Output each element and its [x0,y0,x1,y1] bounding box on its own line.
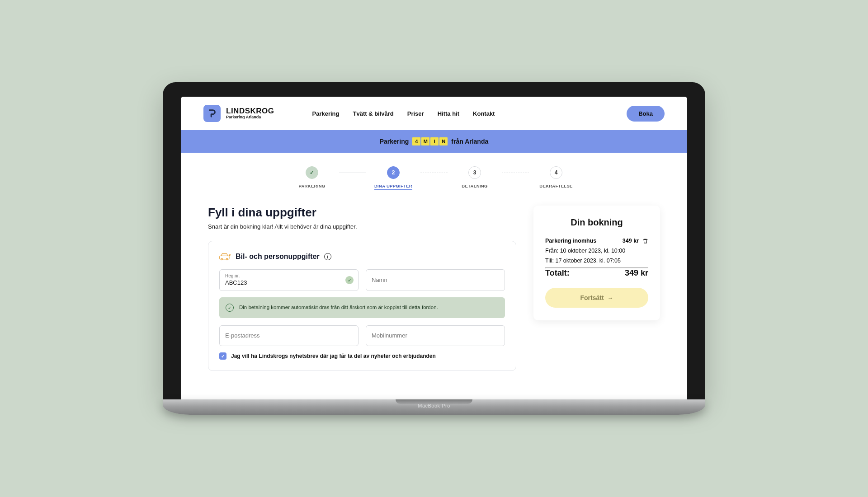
main-nav: Parkering Tvätt & bilvård Priser Hitta h… [312,110,495,117]
form-card: Bil- och personuppgifter i Reg.nr. ABC12… [208,241,516,371]
summary-total: Totalt: 349 kr [545,268,648,278]
notice-text: Din betalning kommer automatiskt dras fr… [239,304,438,311]
book-button[interactable]: Boka [627,106,665,122]
form-column: Fyll i dina uppgifter Snart är din bokni… [208,206,516,371]
logo[interactable]: LINDSKROG Parkering Arlanda [203,105,274,122]
payment-notice: ✓ Din betalning kommer automatiskt dras … [219,297,505,318]
step-4[interactable]: 4 BEKRÄFTELSE [529,166,583,188]
summary-card: Din bokning Parkering inomhus 349 kr Frå… [533,206,660,320]
newsletter-row[interactable]: ✓ Jag vill ha Lindskrogs nyhetsbrev där … [219,352,505,360]
nav-parkering[interactable]: Parkering [312,110,340,117]
summary-item-label: Parkering inomhus [545,238,596,244]
summary-to: Till: 17 oktober 2023, kl. 07:05 [545,258,648,264]
step-number: 3 [468,166,481,179]
step-2[interactable]: 2 DINA UPPGIFTER [366,166,420,190]
chip: N [439,137,448,145]
chip: I [430,137,439,145]
summary-item-price: 349 kr [623,238,639,244]
laptop-base: MacBook Pro [163,399,705,415]
screen-bezel: LINDSKROG Parkering Arlanda Parkering Tv… [163,82,705,399]
info-icon[interactable]: i [324,253,331,260]
email-field[interactable] [219,325,359,346]
email-input[interactable] [225,332,353,339]
nav-priser[interactable]: Priser [407,110,424,117]
main-content: Fyll i dina uppgifter Snart är din bokni… [181,197,687,371]
step-1[interactable]: ✓ PARKERING [285,166,339,188]
stepper: ✓ PARKERING 2 DINA UPPGIFTER 3 BETALNING… [181,153,687,197]
card-title: Bil- och personuppgifter [236,253,320,261]
step-connector [502,173,529,173]
check-icon: ✓ [226,304,234,312]
phone-input[interactable] [372,332,499,339]
chip: M [421,137,429,145]
svg-point-1 [221,258,223,260]
summary-from: Från: 10 oktober 2023, kl. 10:00 [545,248,648,254]
step-connector [339,173,366,173]
brand-subtitle: Parkering Arlanda [226,115,274,119]
continue-button[interactable]: Fortsätt → [545,288,648,308]
step-3[interactable]: 3 BETALNING [448,166,502,188]
summary-item-row: Parkering inomhus 349 kr [545,238,648,244]
car-icon [219,252,231,261]
newsletter-label: Jag vill ha Lindskrogs nyhetsbrev där ja… [231,353,436,359]
check-icon: ✓ [345,276,354,284]
reg-value: ABC123 [225,279,353,286]
name-field[interactable] [366,269,505,291]
step-label: BEKRÄFTELSE [539,183,573,188]
nav-tvatt[interactable]: Tvätt & bilvård [353,110,393,117]
reg-field[interactable]: Reg.nr. ABC123 ✓ [219,269,359,291]
card-header: Bil- och personuppgifter i [219,252,505,261]
trash-icon[interactable] [642,238,648,244]
page-title: Fyll i dina uppgifter [208,206,516,220]
page-subtitle: Snart är din bokning klar! Allt vi behöv… [208,223,516,230]
summary-title: Din bokning [545,217,648,228]
chip: 4 [412,137,420,145]
nav-kontakt[interactable]: Kontakt [473,110,495,117]
nav-hitta[interactable]: Hitta hit [438,110,459,117]
total-label: Totalt: [545,268,570,278]
name-input[interactable] [372,277,499,283]
device-label: MacBook Pro [418,403,450,408]
step-label: DINA UPPGIFTER [374,183,412,190]
arrow-right-icon: → [608,295,613,301]
svg-point-2 [226,258,228,260]
banner-post: från Arlanda [451,138,488,145]
reg-label: Reg.nr. [225,273,353,278]
step-connector [420,173,448,173]
promo-banner: Parkering 4 M I N från Arlanda [181,130,687,153]
checkbox-checked-icon[interactable]: ✓ [219,352,226,360]
total-value: 349 kr [625,268,648,278]
step-number: 4 [550,166,562,179]
continue-label: Fortsätt [580,294,604,301]
phone-field[interactable] [366,325,505,346]
step-number: 2 [387,166,400,179]
laptop-mockup: LINDSKROG Parkering Arlanda Parkering Tv… [163,82,705,415]
brand-name: LINDSKROG [226,107,274,115]
header: LINDSKROG Parkering Arlanda Parkering Tv… [181,97,687,130]
screen: LINDSKROG Parkering Arlanda Parkering Tv… [181,97,687,399]
step-label: BETALNING [462,183,487,188]
logo-text: LINDSKROG Parkering Arlanda [226,107,274,119]
step-label: PARKERING [299,183,326,188]
banner-chips: 4 M I N [412,137,448,145]
logo-mark-icon [203,105,221,122]
banner-pre: Parkering [380,138,409,145]
check-icon: ✓ [306,166,318,179]
